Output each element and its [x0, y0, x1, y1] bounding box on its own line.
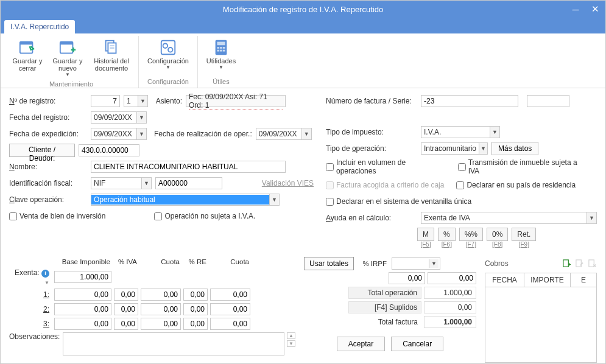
r2-iva[interactable]: [114, 303, 138, 315]
fecha-expedicion-input[interactable]: 09/09/20XX▼: [91, 128, 147, 140]
col-e: E: [571, 273, 596, 287]
ayuda-calculo-combo[interactable]: Exenta de IVA▼: [421, 212, 597, 224]
fecha-registro-input[interactable]: 09/09/20XX▼: [91, 111, 147, 124]
label-n-registro: Nº de registro:: [9, 97, 87, 105]
col-base-imponible: Base Imponible: [54, 257, 111, 267]
n-registro-input[interactable]: [91, 95, 120, 107]
cancel-button[interactable]: Cancelar: [391, 337, 443, 351]
shortcut-f9: [F9]: [519, 241, 529, 248]
observaciones-textarea[interactable]: [63, 332, 284, 355]
label-suplidos[interactable]: [F4] Suplidos: [348, 301, 421, 313]
label-row1: 1:: [9, 290, 52, 299]
label-fecha-registro: Fecha del registro:: [9, 113, 87, 122]
r1-cuota[interactable]: [141, 289, 181, 301]
close-button[interactable]: ✕: [588, 4, 602, 15]
irpf-amount-input[interactable]: [428, 272, 476, 284]
grid-area: Base Imponible % IVA Cuota % RE Cuota Ex…: [1, 257, 605, 363]
chk-ventanilla-unica[interactable]: Declarar en el sistema de ventanilla úni…: [326, 197, 471, 206]
calc-pct-button[interactable]: %: [438, 228, 456, 241]
num-factura-input[interactable]: [421, 95, 518, 107]
irpf-combo[interactable]: ▼: [392, 257, 440, 270]
r3-iva[interactable]: [114, 318, 138, 330]
exenta-base-input[interactable]: [54, 271, 111, 283]
edit-cobro-icon[interactable]: [575, 259, 584, 268]
chk-op-no-sujeta[interactable]: Operación no sujeta a I.V.A.: [154, 212, 255, 220]
r1-iva[interactable]: [114, 289, 138, 301]
id-fiscal-num-input[interactable]: [155, 177, 222, 189]
tab-iva-repercutido[interactable]: I.V.A. Repercutido: [4, 20, 75, 33]
label-tipo-impuesto: Tipo de impuesto:: [326, 128, 417, 136]
serie-input[interactable]: [527, 95, 569, 107]
total-operacion-value: 1.000,00: [424, 287, 476, 299]
tipo-impuesto-combo[interactable]: I.V.A.▼: [421, 126, 500, 138]
chk-transmision-inmueble[interactable]: Transmisión de inmueble sujeta a IVA: [458, 158, 588, 175]
calc-zero-button[interactable]: 0%: [487, 228, 508, 241]
r1-base[interactable]: [54, 289, 111, 301]
r2-cuota[interactable]: [141, 303, 181, 315]
r2-base[interactable]: [54, 303, 111, 315]
label-id-fiscal: Identificación fiscal:: [9, 179, 87, 187]
mas-datos-button[interactable]: Más datos: [491, 142, 538, 155]
save-close-button[interactable]: Guardar y cerrar: [9, 36, 46, 74]
spin-down-icon[interactable]: ▼: [287, 340, 295, 347]
r3-re[interactable]: [183, 318, 208, 330]
utilities-button[interactable]: Utilidades ▼: [203, 36, 239, 72]
label-total-operacion: Total operación: [348, 287, 421, 299]
chk-venta-bien[interactable]: Venta de bien de inversión: [9, 212, 105, 220]
chevron-down-icon[interactable]: ▼: [44, 280, 49, 285]
label-row2: 2:: [9, 305, 52, 313]
chevron-down-icon: ▼: [301, 128, 311, 139]
calc-ret-button[interactable]: Ret.: [512, 228, 536, 241]
irpf-pct-input[interactable]: [389, 272, 425, 284]
col-cuota2: Cuota: [208, 257, 250, 267]
r3-cuota[interactable]: [141, 318, 181, 330]
r2-cuota2[interactable]: [210, 303, 250, 315]
r1-re[interactable]: [183, 289, 208, 301]
n-registro-sub-combo[interactable]: 1 ▼: [124, 95, 148, 107]
chevron-down-icon: ▼: [479, 143, 487, 154]
chk-incluir-volumen[interactable]: Incluir en volumen de operaciones: [326, 158, 446, 175]
label-tipo-operacion: Tipo de operación:: [326, 144, 417, 153]
cliente-deudor-button[interactable]: Cliente / Deudor:: [9, 144, 75, 157]
svg-point-9: [163, 43, 168, 48]
fecha-realizacion-input[interactable]: 09/09/20XX▼: [256, 128, 312, 140]
svg-rect-1: [20, 42, 33, 45]
usar-totales-button[interactable]: Usar totales: [304, 257, 354, 270]
ribbon: Guardar y cerrar Guardar y nuevo ▼ Histo…: [1, 33, 605, 88]
id-fiscal-tipo-combo[interactable]: NIF▼: [91, 177, 152, 189]
r3-base[interactable]: [54, 318, 111, 330]
accept-button[interactable]: Aceptar: [337, 337, 385, 351]
cliente-input[interactable]: [79, 144, 139, 156]
save-new-button[interactable]: Guardar y nuevo ▼: [49, 36, 86, 79]
tipo-operacion-combo[interactable]: Intracomunitario▼: [421, 142, 488, 155]
chevron-down-icon: ▼: [136, 128, 146, 139]
svg-rect-14: [220, 47, 222, 49]
nombre-input[interactable]: [91, 161, 286, 173]
cobros-table: FECHA IMPORTE E: [485, 273, 597, 363]
chevron-down-icon: ▼: [490, 127, 499, 138]
minimize-button[interactable]: ─: [569, 4, 582, 15]
r3-cuota2[interactable]: [210, 318, 250, 330]
titlebar: Modificación de registro de I.V.A. Reper…: [1, 1, 605, 18]
calc-pctpct-button[interactable]: %%: [459, 228, 483, 241]
chevron-down-icon[interactable]: ▼: [138, 96, 147, 107]
label-fecha-expedicion: Fecha de expedición:: [9, 130, 87, 138]
r2-re[interactable]: [183, 303, 208, 315]
spin-up-icon[interactable]: ▲: [287, 332, 295, 339]
svg-rect-13: [217, 47, 219, 49]
calc-m-button[interactable]: M: [417, 228, 434, 241]
suplidos-value: 0,00: [424, 301, 476, 313]
add-cobro-icon[interactable]: [562, 259, 571, 268]
col-irpf: % IRPF: [358, 259, 388, 268]
r1-cuota2[interactable]: [210, 289, 250, 301]
history-button[interactable]: Historial del documento: [90, 36, 133, 74]
ribbon-group-label: Mantenimiento: [49, 79, 93, 90]
delete-cobro-icon[interactable]: [588, 259, 597, 268]
info-icon[interactable]: i: [41, 270, 49, 278]
window-controls: ─ ✕: [569, 1, 602, 18]
clave-operacion-combo[interactable]: Operación habitual ▼: [91, 194, 280, 206]
config-button[interactable]: Configuración ▼: [144, 36, 192, 72]
shortcut-f8: [F8]: [492, 241, 502, 248]
validacion-vies-link[interactable]: Validación VIES: [262, 179, 314, 187]
chk-declarar-pais[interactable]: Declarar en su país de residencia: [456, 181, 576, 189]
